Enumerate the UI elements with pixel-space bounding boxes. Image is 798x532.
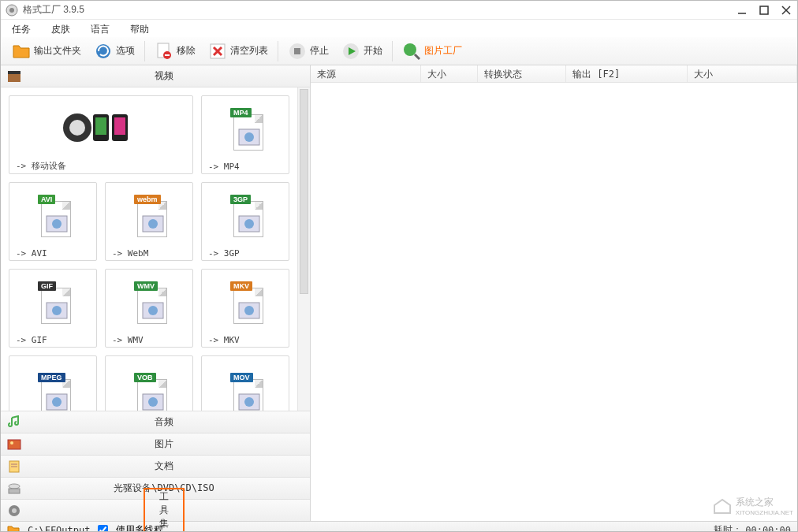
elapsed-label: 耗时： xyxy=(714,523,742,532)
output-folder-button[interactable]: 输出文件夹 xyxy=(7,40,86,62)
folder-icon xyxy=(12,42,31,61)
menu-help[interactable]: 帮助 xyxy=(125,21,154,35)
image-icon xyxy=(7,437,21,452)
svg-point-22 xyxy=(69,120,85,136)
svg-point-52 xyxy=(9,484,20,489)
document-minus-icon xyxy=(155,42,173,61)
format-file-icon: AVI xyxy=(35,193,71,237)
app-logo-icon xyxy=(6,4,18,17)
clear-list-button[interactable]: 清空列表 xyxy=(203,40,273,62)
menu-skin[interactable]: 皮肤 xyxy=(47,21,75,35)
col-status[interactable]: 转换状态 xyxy=(478,65,566,82)
multithread-checkbox[interactable] xyxy=(98,525,108,532)
svg-point-34 xyxy=(244,219,254,229)
svg-point-17 xyxy=(404,43,416,56)
menu-tasks[interactable]: 任务 xyxy=(7,21,35,35)
format-file-icon: MKV xyxy=(227,280,263,324)
col-output[interactable]: 输出 [F2] xyxy=(566,65,688,82)
maximize-button[interactable] xyxy=(758,4,770,17)
svg-point-55 xyxy=(12,508,17,513)
svg-rect-20 xyxy=(8,71,21,74)
mobile-device-icon xyxy=(62,108,140,147)
format-card-label: -> WebM xyxy=(106,247,192,260)
format-file-icon: VOB xyxy=(131,371,167,411)
svg-point-48 xyxy=(10,441,13,445)
format-card-label: -> MKV xyxy=(202,333,289,347)
format-file-icon: MPEG xyxy=(35,371,71,411)
svg-point-36 xyxy=(52,306,62,315)
format-file-icon: webm xyxy=(131,193,167,237)
svg-rect-47 xyxy=(8,440,21,449)
minimize-button[interactable] xyxy=(736,4,748,17)
format-file-icon: MP4 xyxy=(227,106,263,151)
stop-icon xyxy=(288,42,307,61)
format-card-label: -> WMV xyxy=(106,333,192,347)
globe-reload-icon xyxy=(94,42,113,61)
svg-point-28 xyxy=(244,132,254,142)
format-file-icon: MOV xyxy=(227,371,263,411)
category-image[interactable]: 图片 xyxy=(1,433,310,455)
format-card-mkv[interactable]: MKV -> MKV xyxy=(201,269,289,348)
svg-rect-19 xyxy=(8,73,21,82)
music-note-icon xyxy=(7,415,21,430)
format-file-icon: 3GP xyxy=(227,193,263,237)
format-card-3gp[interactable]: 3GP -> 3GP xyxy=(201,182,289,261)
delete-x-icon xyxy=(208,42,227,61)
stop-button[interactable]: 停止 xyxy=(283,40,334,62)
left-scrollbar[interactable] xyxy=(297,87,310,411)
svg-rect-26 xyxy=(114,117,125,135)
format-card-gif[interactable]: GIF -> GIF xyxy=(9,269,97,348)
pic-factory-button[interactable]: 图片工厂 xyxy=(397,40,467,62)
category-video[interactable]: 视频 xyxy=(1,65,310,87)
svg-point-42 xyxy=(52,397,62,407)
format-file-icon: WMV xyxy=(131,280,167,324)
category-document[interactable]: 文档 xyxy=(1,455,310,477)
col-source[interactable]: 来源 xyxy=(311,65,421,82)
task-table-body xyxy=(311,83,797,521)
clapboard-icon xyxy=(7,69,21,84)
format-card-avi[interactable]: AVI -> AVI xyxy=(9,182,97,261)
svg-point-46 xyxy=(244,397,254,407)
svg-rect-3 xyxy=(760,6,768,14)
output-path[interactable]: C:\FFOutput xyxy=(28,525,90,533)
svg-point-44 xyxy=(148,397,158,407)
remove-button[interactable]: 移除 xyxy=(150,40,200,62)
svg-rect-24 xyxy=(95,117,106,135)
format-card-mp4[interactable]: MP4 -> MP4 xyxy=(201,95,289,174)
disc-drive-icon xyxy=(7,482,21,496)
window-title: 格式工厂 3.9.5 xyxy=(23,3,736,17)
svg-point-1 xyxy=(9,8,14,13)
svg-rect-14 xyxy=(294,48,300,54)
gear-film-icon xyxy=(7,504,21,518)
format-card-mov[interactable]: MOV xyxy=(201,355,289,411)
svg-line-18 xyxy=(415,54,420,59)
format-card-mobile[interactable]: -> 移动设备 xyxy=(9,95,193,174)
svg-point-38 xyxy=(148,306,158,315)
format-card-label: -> 移动设备 xyxy=(9,158,192,173)
format-card-mpeg[interactable]: MPEG xyxy=(9,355,97,411)
multithread-label: 使用多线程 xyxy=(116,523,163,532)
svg-rect-53 xyxy=(9,489,20,493)
category-tools[interactable]: 工具集 xyxy=(1,499,310,521)
format-card-vob[interactable]: VOB xyxy=(105,355,193,411)
col-size2[interactable]: 大小 xyxy=(688,65,797,82)
format-file-icon: GIF xyxy=(35,280,71,324)
svg-point-30 xyxy=(52,219,62,229)
status-folder-icon[interactable] xyxy=(7,524,20,533)
category-audio[interactable]: 音频 xyxy=(1,411,310,433)
start-button[interactable]: 开始 xyxy=(337,40,387,62)
format-card-webm[interactable]: webm -> WebM xyxy=(105,182,193,261)
menu-language[interactable]: 语言 xyxy=(86,21,114,35)
search-globe-icon xyxy=(402,42,421,61)
svg-point-40 xyxy=(244,306,254,315)
format-card-wmv[interactable]: WMV -> WMV xyxy=(105,269,193,348)
col-size[interactable]: 大小 xyxy=(421,65,478,82)
svg-point-32 xyxy=(148,219,158,229)
task-table-header: 来源 大小 转换状态 输出 [F2] 大小 xyxy=(311,65,797,83)
format-card-label: -> 3GP xyxy=(202,247,289,260)
format-card-label: -> GIF xyxy=(9,333,96,347)
format-card-label: -> MP4 xyxy=(202,160,289,173)
close-button[interactable] xyxy=(780,4,792,17)
options-button[interactable]: 选项 xyxy=(89,40,140,62)
watermark: 系统之家 XITONGZHIJIA.NET xyxy=(712,496,793,516)
